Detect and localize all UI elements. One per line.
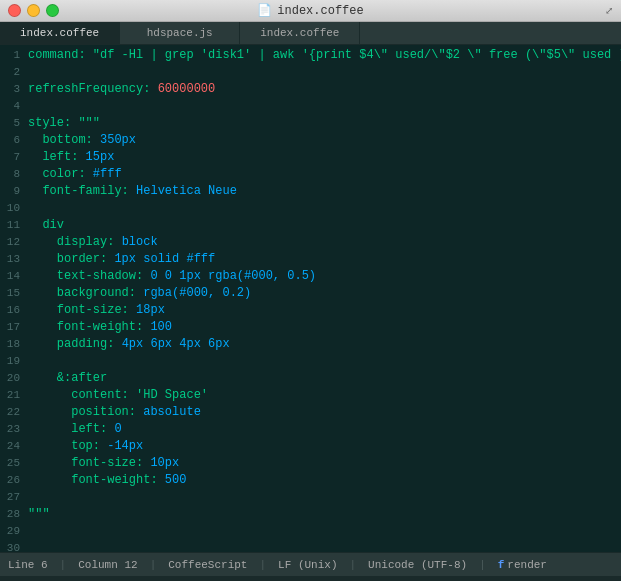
- table-row: 13 border: 1px solid #fff: [0, 251, 621, 268]
- line-number: 7: [0, 149, 28, 166]
- line-content: font-weight: 500: [28, 472, 621, 489]
- line-number: 3: [0, 81, 28, 98]
- titlebar: 📄 index.coffee ⤢: [0, 0, 621, 22]
- table-row: 6 bottom: 350px: [0, 132, 621, 149]
- line-number: 27: [0, 489, 28, 506]
- line-number: 11: [0, 217, 28, 234]
- line-number: 6: [0, 132, 28, 149]
- status-column: Column 12: [78, 559, 137, 571]
- line-content: [28, 523, 621, 540]
- line-content: style: """: [28, 115, 621, 132]
- line-number: 21: [0, 387, 28, 404]
- table-row: 15 background: rgba(#000, 0.2): [0, 285, 621, 302]
- line-content: border: 1px solid #fff: [28, 251, 621, 268]
- line-number: 19: [0, 353, 28, 370]
- line-content: [28, 64, 621, 81]
- line-number: 24: [0, 438, 28, 455]
- status-encoding[interactable]: Unicode (UTF-8): [368, 559, 467, 571]
- close-button[interactable]: [8, 4, 21, 17]
- code-editor[interactable]: 1command: "df -Hl | grep 'disk1' | awk '…: [0, 45, 621, 552]
- table-row: 8 color: #fff: [0, 166, 621, 183]
- line-content: top: -14px: [28, 438, 621, 455]
- line-number: 16: [0, 302, 28, 319]
- line-content: &:after: [28, 370, 621, 387]
- tab-index-coffee-1[interactable]: index.coffee: [0, 22, 120, 44]
- table-row: 3refreshFrequency: 60000000: [0, 81, 621, 98]
- line-number: 9: [0, 183, 28, 200]
- line-number: 4: [0, 98, 28, 115]
- line-number: 2: [0, 64, 28, 81]
- table-row: 27: [0, 489, 621, 506]
- line-number: 30: [0, 540, 28, 552]
- table-row: 16 font-size: 18px: [0, 302, 621, 319]
- line-number: 18: [0, 336, 28, 353]
- status-line: Line 6: [8, 559, 48, 571]
- window-title: 📄 index.coffee: [257, 3, 363, 18]
- line-content: left: 15px: [28, 149, 621, 166]
- table-row: 5style: """: [0, 115, 621, 132]
- status-symbol[interactable]: f render: [498, 559, 547, 571]
- line-number: 10: [0, 200, 28, 217]
- table-row: 22 position: absolute: [0, 404, 621, 421]
- line-content: """: [28, 506, 621, 523]
- line-number: 15: [0, 285, 28, 302]
- line-content: font-weight: 100: [28, 319, 621, 336]
- table-row: 12 display: block: [0, 234, 621, 251]
- maximize-button[interactable]: [46, 4, 59, 17]
- line-content: display: block: [28, 234, 621, 251]
- line-number: 29: [0, 523, 28, 540]
- file-icon: 📄: [257, 3, 272, 18]
- table-row: 14 text-shadow: 0 0 1px rgba(#000, 0.5): [0, 268, 621, 285]
- line-number: 22: [0, 404, 28, 421]
- table-row: 7 left: 15px: [0, 149, 621, 166]
- line-content: padding: 4px 6px 4px 6px: [28, 336, 621, 353]
- line-number: 1: [0, 47, 28, 64]
- line-content: text-shadow: 0 0 1px rgba(#000, 0.5): [28, 268, 621, 285]
- line-content: font-size: 10px: [28, 455, 621, 472]
- table-row: 18 padding: 4px 6px 4px 6px: [0, 336, 621, 353]
- table-row: 20 &:after: [0, 370, 621, 387]
- line-content: position: absolute: [28, 404, 621, 421]
- line-content: font-family: Helvetica Neue: [28, 183, 621, 200]
- line-content: [28, 200, 621, 217]
- tab-index-coffee-2[interactable]: index.coffee: [240, 22, 360, 44]
- line-content: content: 'HD Space': [28, 387, 621, 404]
- line-number: 17: [0, 319, 28, 336]
- line-number: 5: [0, 115, 28, 132]
- line-content: bottom: 350px: [28, 132, 621, 149]
- table-row: 10: [0, 200, 621, 217]
- status-bar: Line 6 | Column 12 | CoffeeScript | LF (…: [0, 552, 621, 576]
- status-language[interactable]: CoffeeScript: [168, 559, 247, 571]
- line-content: [28, 489, 621, 506]
- table-row: 9 font-family: Helvetica Neue: [0, 183, 621, 200]
- window-controls[interactable]: [8, 4, 59, 17]
- line-content: [28, 353, 621, 370]
- table-row: 30: [0, 540, 621, 552]
- table-row: 21 content: 'HD Space': [0, 387, 621, 404]
- minimize-button[interactable]: [27, 4, 40, 17]
- table-row: 25 font-size: 10px: [0, 455, 621, 472]
- status-line-ending[interactable]: LF (Unix): [278, 559, 337, 571]
- line-content: [28, 98, 621, 115]
- line-number: 25: [0, 455, 28, 472]
- tab-bar: index.coffee hdspace.js index.coffee: [0, 22, 621, 45]
- line-content: color: #fff: [28, 166, 621, 183]
- table-row: 24 top: -14px: [0, 438, 621, 455]
- tab-hdspace-js[interactable]: hdspace.js: [120, 22, 240, 44]
- line-number: 12: [0, 234, 28, 251]
- line-number: 13: [0, 251, 28, 268]
- line-content: left: 0: [28, 421, 621, 438]
- line-content: div: [28, 217, 621, 234]
- table-row: 23 left: 0: [0, 421, 621, 438]
- expand-icon[interactable]: ⤢: [605, 5, 613, 17]
- function-icon: f: [498, 559, 505, 571]
- table-row: 26 font-weight: 500: [0, 472, 621, 489]
- table-row: 1command: "df -Hl | grep 'disk1' | awk '…: [0, 47, 621, 64]
- line-content: background: rgba(#000, 0.2): [28, 285, 621, 302]
- table-row: 28""": [0, 506, 621, 523]
- line-number: 28: [0, 506, 28, 523]
- line-content: [28, 540, 621, 552]
- table-row: 11 div: [0, 217, 621, 234]
- line-content: font-size: 18px: [28, 302, 621, 319]
- table-row: 17 font-weight: 100: [0, 319, 621, 336]
